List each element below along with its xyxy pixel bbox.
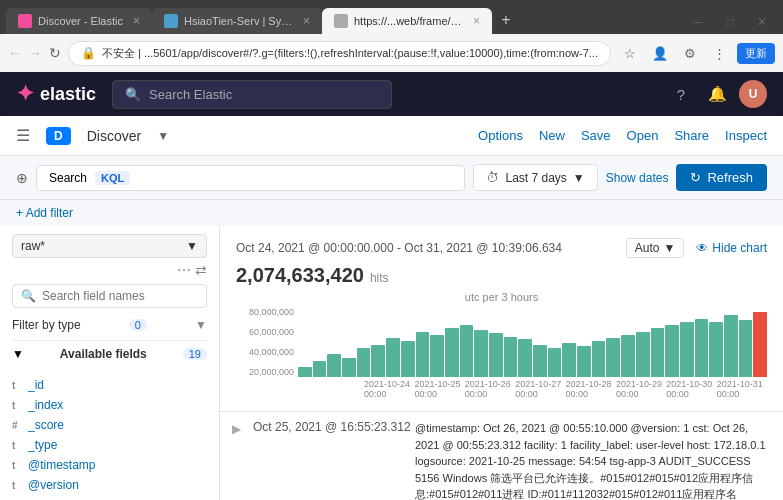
field-search-wrap[interactable]: 🔍	[12, 284, 207, 308]
field-type-icon: #	[12, 420, 22, 431]
sidebar: raw* ▼ ⋯ ⇄ 🔍 Filter by type 0 ▼ ▼	[0, 226, 220, 500]
tab-syncthing[interactable]: HsiaoTien-Serv | Syncthing ×	[152, 8, 322, 34]
chart-bar	[313, 361, 327, 377]
inspect-link[interactable]: Inspect	[725, 128, 767, 143]
expand-icon[interactable]: ▶	[232, 420, 241, 500]
browser-chrome: Discover - Elastic × HsiaoTien-Serv | Sy…	[0, 0, 783, 72]
available-fields-chevron-icon: ▼	[12, 347, 24, 361]
maximize-button[interactable]: □	[715, 10, 745, 34]
field-item-index[interactable]: t _index	[0, 395, 219, 415]
field-item-id[interactable]: t _id	[0, 375, 219, 395]
global-search-bar[interactable]: 🔍 Search Elastic	[112, 80, 392, 109]
tab-close-active[interactable]: ×	[473, 14, 480, 28]
minimize-button[interactable]: ─	[683, 10, 713, 34]
auto-chevron-icon: ▼	[663, 241, 675, 255]
new-tab-button[interactable]: +	[492, 6, 520, 34]
profile-icon[interactable]: 👤	[647, 40, 673, 66]
y-label-4: 20,000,000	[236, 367, 294, 377]
field-item-version[interactable]: t @version	[0, 475, 219, 495]
search-input-wrap[interactable]: Search KQL	[36, 165, 465, 191]
field-name-label: _score	[28, 418, 64, 432]
chart-bar	[445, 328, 459, 377]
chart-bar	[298, 367, 312, 377]
auto-select[interactable]: Auto ▼	[626, 238, 685, 258]
chart-bar	[680, 322, 694, 377]
chart-bar	[665, 325, 679, 377]
nav-chevron-icon: ▼	[157, 129, 169, 143]
filter-type-chevron-icon[interactable]: ▼	[195, 318, 207, 332]
field-item-score[interactable]: # _score	[0, 415, 219, 435]
result-content-1: @timestamp: Oct 26, 2021 @ 00:55:10.000 …	[415, 420, 771, 500]
nav-bar: ☰ D Discover ▼ Options New Save Open Sha…	[0, 116, 783, 156]
tab-bar: Discover - Elastic × HsiaoTien-Serv | Sy…	[0, 0, 783, 34]
time-filter[interactable]: ⏱ Last 7 days ▼	[473, 164, 597, 191]
hide-chart-label: Hide chart	[712, 241, 767, 255]
field-search-input[interactable]	[42, 289, 198, 303]
available-fields-label: Available fields	[60, 347, 147, 361]
menu-icon[interactable]: ⋮	[707, 40, 733, 66]
kql-badge[interactable]: KQL	[95, 171, 130, 185]
open-link[interactable]: Open	[627, 128, 659, 143]
chart-bar	[416, 332, 430, 378]
chart-bar	[533, 345, 547, 378]
filter-count-badge: 0	[129, 319, 147, 331]
security-icon: 🔒	[81, 46, 96, 60]
tab-close-syncthing[interactable]: ×	[303, 14, 310, 28]
save-link[interactable]: Save	[581, 128, 611, 143]
tab-close-discover[interactable]: ×	[133, 14, 140, 28]
index-pattern-select[interactable]: raw* ▼	[12, 234, 207, 258]
address-bar[interactable]: 🔒 不安全 | ...5601/app/discover#/?.g=(filte…	[68, 41, 611, 66]
index-settings-icon[interactable]: ⋯	[177, 262, 191, 278]
chart-area: Oct 24, 2021 @ 00:00:00.000 - Oct 31, 20…	[220, 226, 783, 412]
window-controls: ─ □ ✕	[683, 10, 777, 34]
index-actions: ⋯ ⇄	[12, 262, 207, 278]
chart-bar	[636, 332, 650, 378]
auto-label: Auto	[635, 241, 660, 255]
refresh-icon: ↻	[690, 170, 701, 185]
hamburger-menu[interactable]: ☰	[16, 126, 30, 145]
chart-bar	[460, 325, 474, 377]
search-input-placeholder: Search	[49, 171, 87, 185]
add-filter-button[interactable]: + Add filter	[16, 206, 767, 220]
elastic-logo[interactable]: ✦ elastic	[16, 81, 96, 107]
available-fields-header: ▼ Available fields 19	[12, 340, 207, 367]
tab-discover[interactable]: Discover - Elastic ×	[6, 8, 152, 34]
index-columns-icon[interactable]: ⇄	[195, 262, 207, 278]
options-link[interactable]: Options	[478, 128, 523, 143]
update-button[interactable]: 更新	[737, 43, 775, 64]
forward-button[interactable]: →	[28, 40, 42, 66]
hide-chart-button[interactable]: 👁 Hide chart	[696, 241, 767, 255]
y-label-1: 80,000,000	[236, 307, 294, 317]
hits-count: 2,074,633,420	[236, 264, 364, 287]
eye-icon: 👁	[696, 241, 708, 255]
close-window-button[interactable]: ✕	[747, 10, 777, 34]
refresh-button[interactable]: ↻ Refresh	[676, 164, 767, 191]
user-avatar[interactable]: U	[739, 80, 767, 108]
alerts-icon[interactable]: 🔔	[703, 80, 731, 108]
field-list: t _id t _index # _score t _type t @tim	[0, 375, 219, 500]
time-range-label: Last 7 days	[505, 171, 566, 185]
reload-button[interactable]: ↻	[48, 40, 62, 66]
result-date-1: Oct 25, 2021 @ 16:55:23.312	[253, 420, 403, 500]
field-item-type[interactable]: t _type	[0, 435, 219, 455]
bookmark-icon[interactable]: ☆	[617, 40, 643, 66]
chart-bars	[298, 307, 767, 377]
date-range-text: Oct 24, 2021 @ 00:00:00.000 - Oct 31, 20…	[236, 241, 562, 255]
field-item-timestamp[interactable]: t @timestamp	[0, 455, 219, 475]
chart-subtitle: utc per 3 hours	[236, 291, 767, 303]
show-dates-button[interactable]: Show dates	[606, 171, 669, 185]
result-row-1[interactable]: ▶ Oct 25, 2021 @ 16:55:23.312 @timestamp…	[220, 412, 783, 500]
chart-bar	[327, 354, 341, 377]
header-actions: ? 🔔 U	[667, 80, 767, 108]
share-link[interactable]: Share	[674, 128, 709, 143]
chart-bar	[709, 322, 723, 377]
field-search-icon: 🔍	[21, 289, 36, 303]
new-link[interactable]: New	[539, 128, 565, 143]
field-item-cst[interactable]: t cst	[0, 495, 219, 500]
tab-active[interactable]: https://...web/frame/cn/ ×	[322, 8, 492, 34]
chart-bar	[548, 348, 562, 377]
help-icon[interactable]: ?	[667, 80, 695, 108]
back-button[interactable]: ←	[8, 40, 22, 66]
extensions-icon[interactable]: ⚙	[677, 40, 703, 66]
x-label-5: 2021-10-28 00:00	[566, 379, 616, 399]
